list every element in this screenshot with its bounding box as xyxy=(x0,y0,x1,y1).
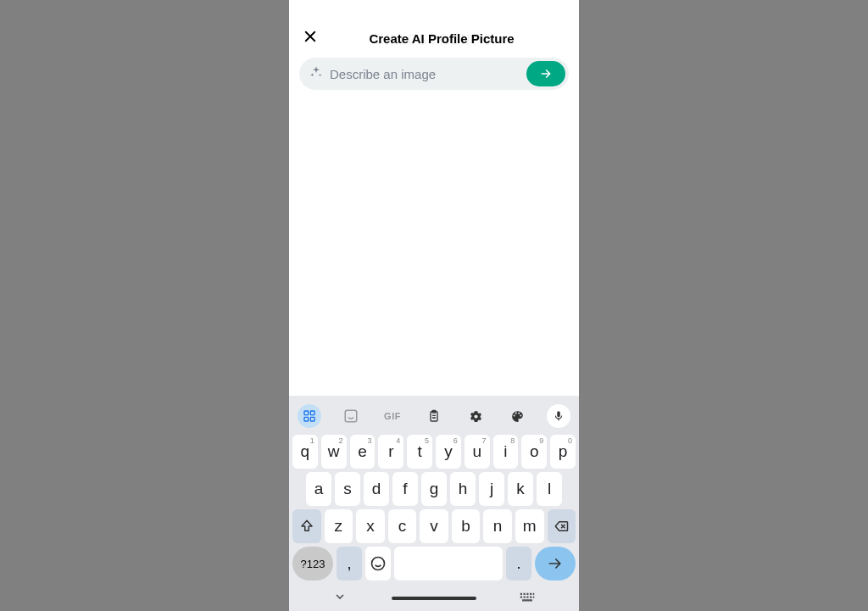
key-l[interactable]: l xyxy=(537,472,562,506)
key-u[interactable]: u7 xyxy=(465,435,490,469)
keyboard-toolbar: GIF xyxy=(289,401,579,433)
svg-point-7 xyxy=(372,558,385,570)
close-icon xyxy=(303,29,318,44)
svg-rect-2 xyxy=(304,417,309,421)
soft-keyboard: GIF q1w2e3r4t5y6u7i8o9p0 asdfghjkl zxcvb… xyxy=(289,396,579,611)
prompt-input-container xyxy=(299,58,569,90)
svg-rect-16 xyxy=(530,597,531,598)
shift-key[interactable] xyxy=(292,509,321,543)
key-p[interactable]: p0 xyxy=(550,435,576,469)
phone-frame: CHAOSTRINFO Create AI Profile Picture GI… xyxy=(289,0,579,611)
svg-rect-11 xyxy=(530,593,531,595)
key-b[interactable]: b xyxy=(452,509,481,543)
key-y[interactable]: y6 xyxy=(436,435,461,469)
key-j[interactable]: j xyxy=(479,472,504,506)
keyboard-icon xyxy=(520,592,535,603)
key-f[interactable]: f xyxy=(392,472,418,506)
symbols-key[interactable]: ?123 xyxy=(292,547,333,580)
comma-key[interactable]: , xyxy=(337,547,362,580)
key-c[interactable]: c xyxy=(388,509,417,543)
keyboard-switch-button[interactable] xyxy=(520,592,535,605)
close-button[interactable] xyxy=(301,29,320,47)
clipboard-icon[interactable] xyxy=(422,404,446,428)
keyboard-row-3: zxcvbnm xyxy=(289,508,579,545)
key-t[interactable]: t5 xyxy=(407,435,432,469)
keyboard-row-bottom: ?123 , . xyxy=(289,545,579,586)
space-key[interactable] xyxy=(394,547,503,580)
key-k[interactable]: k xyxy=(508,472,533,506)
header: CHAOSTRINFO Create AI Profile Picture xyxy=(289,0,579,56)
gif-button[interactable]: GIF xyxy=(381,404,404,428)
key-r[interactable]: r4 xyxy=(378,435,403,469)
emoji-icon xyxy=(370,555,387,572)
svg-rect-9 xyxy=(524,593,526,595)
arrow-right-icon xyxy=(547,555,564,572)
palette-icon[interactable] xyxy=(505,404,529,428)
key-e[interactable]: e3 xyxy=(350,435,376,469)
enter-key[interactable] xyxy=(535,547,576,580)
system-nav-bar xyxy=(289,586,579,611)
key-q[interactable]: q1 xyxy=(292,435,318,469)
key-z[interactable]: z xyxy=(325,509,353,543)
keyboard-row-2: asdfghjkl xyxy=(289,470,579,508)
svg-rect-13 xyxy=(520,597,522,598)
key-o[interactable]: o9 xyxy=(521,435,547,469)
mic-icon[interactable] xyxy=(547,404,570,428)
period-key[interactable]: . xyxy=(506,547,531,580)
home-handle[interactable] xyxy=(392,597,476,600)
key-g[interactable]: g xyxy=(421,472,447,506)
key-d[interactable]: d xyxy=(364,472,389,506)
backspace-key[interactable] xyxy=(548,509,576,543)
sticker-icon[interactable] xyxy=(339,404,363,428)
content-area xyxy=(289,90,579,396)
key-s[interactable]: s xyxy=(335,472,360,506)
svg-rect-15 xyxy=(526,597,528,598)
key-v[interactable]: v xyxy=(420,509,448,543)
key-i[interactable]: i8 xyxy=(493,435,519,469)
backspace-icon xyxy=(552,519,570,534)
key-h[interactable]: h xyxy=(450,472,476,506)
collapse-keyboard-button[interactable] xyxy=(333,590,347,607)
svg-rect-8 xyxy=(520,593,522,595)
shift-icon xyxy=(299,519,314,534)
page-title: Create AI Profile Picture xyxy=(335,31,548,46)
svg-rect-10 xyxy=(526,593,528,595)
keyboard-apps-icon[interactable] xyxy=(298,404,321,428)
svg-rect-0 xyxy=(304,411,309,415)
keyboard-row-1: q1w2e3r4t5y6u7i8o9p0 xyxy=(289,433,579,470)
svg-rect-12 xyxy=(533,593,535,595)
key-x[interactable]: x xyxy=(356,509,385,543)
key-m[interactable]: m xyxy=(515,509,544,543)
key-n[interactable]: n xyxy=(483,509,512,543)
key-w[interactable]: w2 xyxy=(321,435,347,469)
prompt-input[interactable] xyxy=(330,67,520,81)
sparkle-icon xyxy=(309,65,323,82)
submit-button[interactable] xyxy=(526,61,565,86)
key-a[interactable]: a xyxy=(306,472,331,506)
svg-rect-18 xyxy=(522,599,532,601)
svg-rect-4 xyxy=(345,410,357,422)
arrow-right-icon xyxy=(539,67,553,81)
svg-rect-17 xyxy=(533,597,535,598)
settings-icon[interactable] xyxy=(464,404,487,428)
chevron-down-icon xyxy=(333,590,347,603)
svg-rect-1 xyxy=(310,411,314,415)
svg-rect-14 xyxy=(524,597,526,598)
svg-rect-3 xyxy=(310,417,314,421)
emoji-key[interactable] xyxy=(365,547,391,580)
